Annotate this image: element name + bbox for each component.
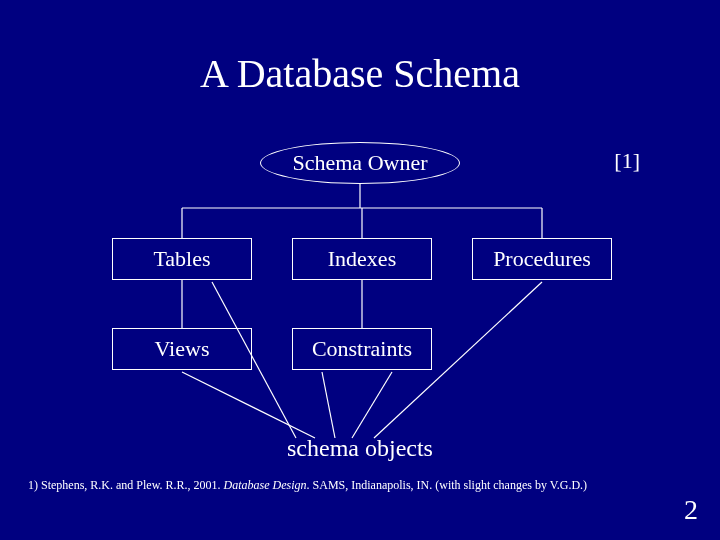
citation-footnote: 1) Stephens, R.K. and Plew. R.R., 2001. … [28,478,688,493]
svg-line-9 [352,372,392,438]
views-node: Views [112,328,252,370]
schema-owner-node: Schema Owner [260,142,460,184]
citation-suffix: . SAMS, Indianapolis, IN. (with slight c… [307,478,588,492]
schema-objects-caption: schema objects [0,435,720,462]
indexes-node: Indexes [292,238,432,280]
citation-marker: [1] [614,148,640,174]
citation-italic: Database Design [224,478,307,492]
citation-prefix: 1) Stephens, R.K. and Plew. R.R., 2001. [28,478,224,492]
page-number: 2 [684,494,698,526]
constraints-node: Constraints [292,328,432,370]
procedures-node: Procedures [472,238,612,280]
svg-line-7 [182,372,315,438]
svg-line-8 [322,372,335,438]
tables-node: Tables [112,238,252,280]
